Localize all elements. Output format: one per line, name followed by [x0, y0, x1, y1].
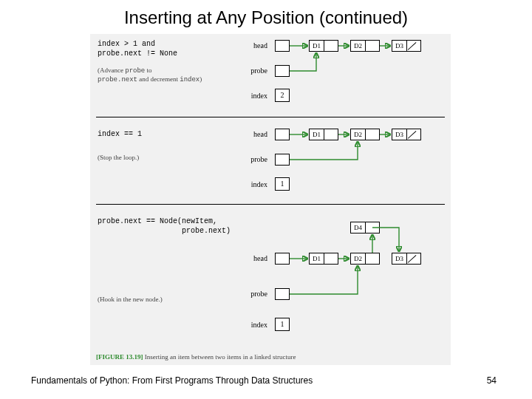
stage1-head-label: head [231, 41, 267, 50]
stage2-index-label: index [231, 180, 267, 188]
stage1-index-box: 2 [275, 89, 290, 102]
stage1-index-label: index [231, 92, 267, 100]
stage2-node-d1: D1 [309, 129, 338, 140]
stage2-index-box: 1 [275, 177, 290, 191]
stage2-head-ptr [275, 129, 290, 140]
stage2-probe-label: probe [231, 155, 267, 163]
stage3-index-label: index [231, 321, 267, 329]
stage2-node-d2: D2 [350, 129, 380, 140]
stage1-note-line1: (Advance probe to [98, 66, 152, 75]
stage2-probe-ptr [275, 154, 290, 166]
stage3-code-line2: probe.next) [98, 227, 231, 235]
stage1-code-line2: probe.next != None [98, 50, 177, 58]
stage1-code-line1: index > 1 and [98, 40, 155, 48]
stage3-code-line1: probe.next == Node(newItem, [98, 217, 217, 225]
divider-1 [96, 117, 445, 117]
stage1-node-d1: D1 [309, 40, 338, 52]
stage2-code: index == 1 [98, 130, 142, 138]
stage1-note-line2: probe.next and decrement index) [98, 75, 202, 83]
stage-3: probe.next == Node(newItem, probe.next) … [90, 211, 451, 352]
stage3-head-ptr [275, 253, 290, 265]
stage3-probe-label: probe [231, 290, 267, 298]
stage-2: index == 1 (Stop the loop.) head D1 D2 D… [90, 124, 451, 208]
divider-2 [96, 204, 445, 205]
stage3-note: (Hook in the new node.) [98, 296, 163, 303]
stage1-probe-ptr [275, 65, 290, 77]
stage3-index-box: 1 [275, 318, 290, 331]
stage2-note: (Stop the loop.) [98, 154, 139, 161]
stage1-head-ptr [275, 40, 290, 52]
page-number: 54 [487, 375, 497, 386]
stage3-probe-ptr [275, 288, 290, 300]
stage2-head-label: head [231, 130, 267, 138]
stage1-probe-label: probe [231, 66, 267, 75]
stage1-node-d3: D3 [392, 40, 421, 52]
stage3-node-d1: D1 [309, 253, 338, 265]
stage3-node-d3: D3 [392, 253, 421, 265]
stage3-node-d4: D4 [350, 222, 380, 233]
stage-1: index > 1 and probe.next != None (Advanc… [90, 34, 451, 123]
stage1-node-d2: D2 [350, 40, 380, 52]
stage2-node-d3: D3 [392, 129, 421, 140]
stage3-head-label: head [231, 254, 267, 262]
figure-container: index > 1 and probe.next != None (Advanc… [90, 34, 451, 365]
stage3-node-d2: D2 [350, 253, 380, 265]
footer-text: Fundamentals of Python: From First Progr… [31, 375, 313, 386]
figure-caption: [FIGURE 13.19] Inserting an item between… [96, 353, 296, 361]
page-title: Inserting at Any Position (continued) [0, 7, 532, 28]
